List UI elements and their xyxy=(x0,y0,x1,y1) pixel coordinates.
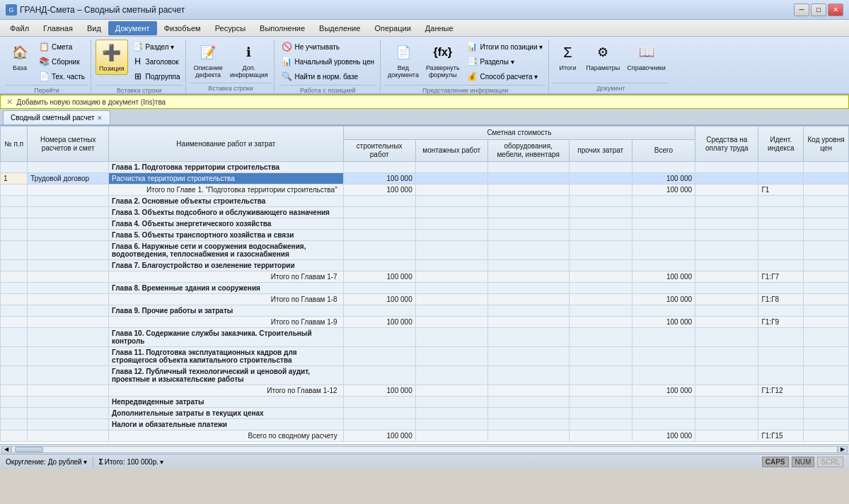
table-cell xyxy=(632,397,695,408)
ribbon-btn-subgroup[interactable]: ⊞ Подгруппа xyxy=(129,69,183,83)
table-row[interactable]: Глава 12. Публичный технологический и це… xyxy=(1,366,849,385)
table-row[interactable]: Глава 6. Наружные сети и сооружения водо… xyxy=(1,241,849,260)
table-cell xyxy=(1,419,28,430)
table-cell xyxy=(569,184,632,196)
menu-resources[interactable]: Ресурсы xyxy=(208,21,253,35)
table-cell xyxy=(415,241,487,260)
ribbon-btn-razdel[interactable]: 📑 Раздел ▾ xyxy=(129,40,183,54)
table-row[interactable]: Итого по Главам 1-7100 000100 000Г1:Г7 xyxy=(1,271,849,283)
ribbon-btn-smeta[interactable]: 📋 Смета xyxy=(35,40,88,54)
table-cell xyxy=(804,408,849,419)
table-cell xyxy=(569,260,632,271)
tab-ssm[interactable]: Сводный сметный расчет ✕ xyxy=(3,110,110,124)
ribbon-btn-params[interactable]: ⚙ Параметры xyxy=(583,40,623,74)
table-row[interactable]: Глава 4. Объекты энергетического хозяйст… xyxy=(1,218,849,230)
menu-operations[interactable]: Операции xyxy=(367,21,417,35)
ribbon-btn-addinfo[interactable]: ℹ Доп.информация xyxy=(227,40,271,81)
table-cell xyxy=(632,230,695,241)
table-cell xyxy=(28,419,109,430)
table-row[interactable]: Глава 2. Основные объекты строительства xyxy=(1,196,849,207)
menu-physvol[interactable]: Физобъем xyxy=(157,21,208,35)
main-table-container[interactable]: № п.п Номера сметных расчетов и смет Наи… xyxy=(0,126,849,444)
table-row[interactable]: Глава 11. Подготовка эксплуатационных ка… xyxy=(1,347,849,366)
table-row[interactable]: Глава 8. Временные здания и сооружения xyxy=(1,283,849,294)
menu-document[interactable]: Документ xyxy=(108,21,157,35)
table-row[interactable]: Глава 9. Прочие работы и затраты xyxy=(1,305,849,317)
table-row[interactable]: Итого по Главам 1-9100 000100 000Г1:Г9 xyxy=(1,317,849,328)
sbornik-icon: 📚 xyxy=(38,56,50,67)
table-row[interactable]: Всего по сводному расчету100 000100 000Г… xyxy=(1,430,849,442)
table-cell xyxy=(415,317,487,328)
table-cell xyxy=(343,162,415,173)
scroll-right-btn[interactable]: ▶ xyxy=(838,446,848,453)
ribbon-btn-findbase[interactable]: 🔍 Найти в норм. базе xyxy=(279,69,377,83)
menu-execution[interactable]: Выполнение xyxy=(253,21,312,35)
table-cell xyxy=(695,408,758,419)
ribbon-btn-sbornik[interactable]: 📚 Сборник xyxy=(35,54,88,69)
num-badge: NUM xyxy=(792,457,815,467)
table-row[interactable]: Налоги и обязательные платежи xyxy=(1,419,849,430)
ribbon-btn-refs[interactable]: 📖 Справочники xyxy=(624,40,669,74)
ribbon-btn-totalspos[interactable]: 📊 Итоги по позиции ▾ xyxy=(464,40,546,54)
table-cell xyxy=(28,271,109,283)
table-cell xyxy=(343,241,415,260)
table-row[interactable]: Глава 5. Объекты транспортного хозяйства… xyxy=(1,230,849,241)
rounding-dropdown[interactable]: ▾ xyxy=(83,458,87,466)
table-row[interactable]: Итого по Главам 1-12100 000100 000Г1:Г12 xyxy=(1,385,849,397)
table-row[interactable]: Дополнительные затраты в текущих ценах xyxy=(1,408,849,419)
table-row[interactable]: Итого по Главам 1-8100 000100 000Г1:Г8 xyxy=(1,294,849,305)
horizontal-scrollbar[interactable]: ◀ ▶ xyxy=(0,444,849,454)
tab-close-btn[interactable]: ✕ xyxy=(97,115,103,122)
table-cell xyxy=(415,305,487,317)
ribbon-btn-header[interactable]: H Заголовок xyxy=(129,54,183,69)
menu-data[interactable]: Данные xyxy=(418,21,461,35)
table-row[interactable]: Глава 1. Подготовка территории строитель… xyxy=(1,162,849,173)
table-row[interactable]: Непредвиденные затраты xyxy=(1,397,849,408)
col-name-header: Наименование работ и затрат xyxy=(109,127,344,162)
menu-selection[interactable]: Выделение xyxy=(312,21,367,35)
table-row[interactable]: 1Трудовой договорРасчистка территории ст… xyxy=(1,173,849,184)
menu-file[interactable]: Файл xyxy=(3,21,36,35)
table-row[interactable]: Итого по Главе 1. "Подготовка территории… xyxy=(1,184,849,196)
ribbon-btn-formula[interactable]: {fx} Развернутьформулы xyxy=(423,40,463,81)
table-row[interactable]: Глава 10. Содержание службы заказчика. С… xyxy=(1,328,849,347)
close-button[interactable]: ✕ xyxy=(828,4,843,16)
table-cell xyxy=(343,207,415,218)
table-cell xyxy=(695,218,758,230)
ribbon-btn-pricelevel[interactable]: 📊 Начальный уровень цен xyxy=(279,54,377,69)
table-row[interactable]: Глава 7. Благоустройство и озеленение те… xyxy=(1,260,849,271)
table-cell xyxy=(804,162,849,173)
base-icon: 🏠 xyxy=(8,41,31,64)
ribbon-btn-sections[interactable]: 📑 Разделы ▾ xyxy=(464,54,546,69)
ribbon-btn-techpart[interactable]: 📄 Тех. часть xyxy=(35,69,88,83)
col-other-header: прочих затрат xyxy=(569,140,632,162)
ribbon-btn-docview[interactable]: 📄 Виддокумента xyxy=(385,40,422,81)
menu-home[interactable]: Главная xyxy=(36,21,80,35)
table-cell xyxy=(28,241,109,260)
scroll-left-btn[interactable]: ◀ xyxy=(1,446,11,453)
table-cell: 100 000 xyxy=(343,184,415,196)
table-cell xyxy=(487,207,569,218)
ribbon-btn-totals[interactable]: Σ Итоги xyxy=(553,40,582,74)
ribbon-btn-base[interactable]: 🏠 База xyxy=(6,40,34,74)
scroll-thumb[interactable] xyxy=(15,447,43,452)
table-cell: Расчистка территории строительства xyxy=(109,173,344,184)
table-cell: 100 000 xyxy=(343,173,415,184)
ribbon-btn-calcmethod[interactable]: 💰 Способ расчета ▾ xyxy=(464,69,546,83)
table-row[interactable]: Глава 3. Объекты подсобного и обслуживаю… xyxy=(1,207,849,218)
menu-view[interactable]: Вид xyxy=(80,21,108,35)
table-cell: Непредвиденные затраты xyxy=(109,397,344,408)
tooltip-x[interactable]: ✕ xyxy=(6,98,13,107)
maximize-button[interactable]: □ xyxy=(811,4,826,16)
ribbon-btn-notcount[interactable]: 🚫 Не учитывать xyxy=(279,40,377,54)
minimize-button[interactable]: ─ xyxy=(794,4,809,16)
ribbon-btn-defect[interactable]: 📝 Описаниедефекта xyxy=(190,40,225,81)
table-cell xyxy=(569,317,632,328)
table-cell: Г1:Г12 xyxy=(758,385,804,397)
scroll-track[interactable] xyxy=(11,446,838,453)
ribbon-group-goto-label: Перейти xyxy=(6,85,88,94)
ribbon-btn-position[interactable]: ➕ Позиция xyxy=(96,40,128,75)
total-dropdown[interactable]: ▾ xyxy=(160,458,163,466)
table-cell: 100 000 xyxy=(632,385,695,397)
table-cell xyxy=(487,397,569,408)
